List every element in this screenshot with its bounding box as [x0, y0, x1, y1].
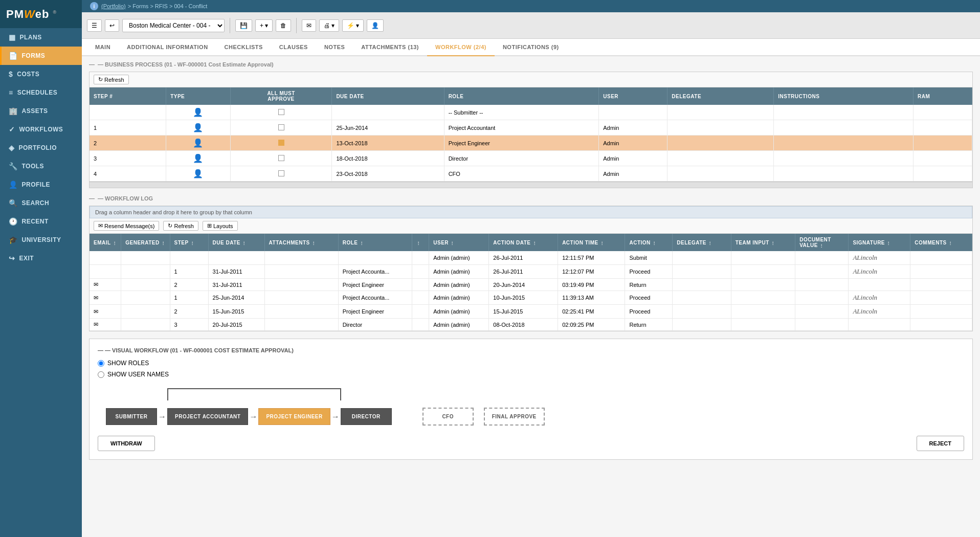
university-icon: 🎓: [9, 236, 18, 244]
team-input-cell: [731, 319, 795, 331]
sidebar-item-search[interactable]: 🔍 SEARCH: [0, 194, 82, 212]
refresh-label2: Refresh: [174, 223, 194, 229]
wf-submitter[interactable]: SUBMITTER: [106, 408, 157, 425]
delegate: [667, 151, 774, 166]
undo-button[interactable]: ↩: [105, 19, 119, 32]
sidebar-item-tools[interactable]: 🔧 TOOLS: [0, 157, 82, 175]
sidebar-item-portfolio[interactable]: ◈ PORTFOLIO: [0, 139, 82, 157]
delete-button[interactable]: 🗑: [276, 19, 291, 32]
sidebar-item-assets[interactable]: 🏢 ASSETS: [0, 102, 82, 120]
wl-header-row: EMAIL ⋮ GENERATED ⋮ STEP ⋮ DUE DATE ⋮ AT…: [90, 234, 972, 251]
workflows-icon: ✓: [9, 125, 15, 133]
bp-row-1: 1 👤 25-Jun-2014 Project Accountant Admin: [90, 120, 972, 136]
wl-layouts-button[interactable]: ⊞ Layouts: [203, 221, 238, 231]
save-icon: 💾: [240, 22, 248, 29]
ram: [914, 136, 972, 151]
lightning-button[interactable]: ⚡ ▾: [342, 19, 364, 32]
sidebar-item-exit[interactable]: ↪ EXIT: [0, 249, 82, 267]
comments-cell: [910, 279, 972, 291]
tab-additional[interactable]: ADDITIONAL INFORMATION: [119, 39, 216, 56]
reject-button[interactable]: REJECT: [917, 436, 964, 451]
withdraw-button[interactable]: WITHDRAW: [98, 436, 155, 451]
tab-clauses[interactable]: CLAUSES: [271, 39, 316, 56]
costs-icon: $: [9, 70, 13, 78]
bp-refresh-button[interactable]: ↻ Refresh: [94, 75, 129, 84]
col-role: ROLE: [444, 87, 599, 105]
save-button[interactable]: 💾: [235, 19, 252, 32]
business-process-header: — — BUSINESS PROCESS (01 - WF-000001 Cos…: [89, 61, 973, 68]
wl-refresh-button[interactable]: ↻ Refresh: [163, 221, 198, 231]
tab-main[interactable]: MAIN: [87, 39, 119, 56]
list-button[interactable]: ☰: [87, 19, 102, 32]
show-usernames-radio[interactable]: [98, 371, 104, 378]
col-generated: GENERATED ⋮: [121, 234, 170, 251]
person-button[interactable]: 👤: [367, 19, 384, 32]
wf-project-engineer[interactable]: PROJECT ENGINEER: [258, 408, 330, 425]
action-cell: Return: [625, 279, 673, 291]
wf-director[interactable]: DIRECTOR: [341, 408, 392, 425]
wf-project-accountant[interactable]: PROJECT ACCOUNTANT: [167, 408, 248, 425]
portfolio-link[interactable]: (Portfolio): [101, 3, 126, 9]
sidebar-item-schedules[interactable]: ≡ SCHEDULES: [0, 83, 82, 102]
print-button[interactable]: 🖨 ▾: [319, 19, 339, 32]
sidebar-item-label: PORTFOLIO: [19, 144, 57, 151]
signature-cell: [849, 279, 910, 291]
email-cell: [90, 251, 121, 265]
col-instructions: INSTRUCTIONS: [774, 87, 914, 105]
email-cell: ✉: [90, 291, 121, 305]
sidebar-item-label: TOOLS: [22, 163, 44, 170]
sidebar-item-forms[interactable]: 📄 FORMS: [0, 47, 82, 65]
email-button[interactable]: ✉: [302, 19, 316, 32]
sidebar-item-costs[interactable]: $ COSTS: [0, 65, 82, 83]
col-action: ACTION ⋮: [625, 234, 673, 251]
delegate-cell: [673, 265, 731, 279]
arrow-1: →: [158, 412, 166, 421]
signature-cell: ALincoln: [849, 305, 910, 319]
signature-cell: ALincoln: [849, 265, 910, 279]
tab-workflow[interactable]: WORKFLOW (2/4): [427, 39, 495, 56]
action-date-cell: 26-Jul-2011: [489, 265, 558, 279]
col-team-input: TEAM INPUT ⋮: [731, 234, 795, 251]
email-icon: ✉: [306, 22, 311, 29]
tab-notes[interactable]: NOTES: [316, 39, 353, 56]
drag-hint: Drag a column header and drop it here to…: [90, 206, 972, 218]
sidebar-item-label: PROFILE: [22, 181, 51, 188]
delegate-cell: [673, 305, 731, 319]
wl-resend-button[interactable]: ✉ Resend Message(s): [94, 221, 159, 231]
wf-final-approve[interactable]: FINAL APPROVE: [484, 408, 545, 426]
tab-checklists[interactable]: CHECKLISTS: [216, 39, 271, 56]
show-roles-label: SHOW ROLES: [107, 360, 149, 367]
collapse-icon[interactable]: —: [89, 61, 95, 68]
tab-attachments[interactable]: ATTACHMENTS (13): [353, 39, 427, 56]
sidebar-item-label: FORMS: [22, 52, 46, 59]
wf-cfo[interactable]: CFO: [422, 408, 474, 426]
empty-cell: [412, 319, 429, 331]
col-role: ROLE ⋮: [338, 234, 412, 251]
due-date: 23-Oct-2018: [332, 166, 444, 182]
arrow-3: →: [331, 412, 340, 421]
sidebar-item-plans[interactable]: ▦ PLANS: [0, 28, 82, 47]
add-button[interactable]: + ▾: [255, 19, 273, 32]
ram: [914, 105, 972, 120]
sidebar-item-university[interactable]: 🎓 UNIVERSITY: [0, 231, 82, 249]
separator: [230, 18, 230, 33]
sidebar-item-profile[interactable]: 👤 PROFILE: [0, 175, 82, 194]
user: Admin: [599, 166, 667, 182]
vw-title-text: — VISUAL WORKFLOW (01 - WF-000001 COST E…: [105, 347, 294, 353]
collapse-icon2[interactable]: —: [89, 195, 95, 202]
scroll-bar[interactable]: [90, 182, 972, 188]
collapse-icon3[interactable]: —: [98, 347, 103, 353]
sidebar-item-label: SCHEDULES: [17, 89, 58, 96]
step-cell: 2: [170, 305, 208, 319]
sidebar-item-workflows[interactable]: ✓ WORKFLOWS: [0, 120, 82, 139]
sidebar-item-label: WORKFLOWS: [19, 126, 63, 133]
breadcrumb-select[interactable]: Boston Medical Center - 004 - Confl...: [122, 19, 225, 32]
sidebar-item-recent[interactable]: 🕐 RECENT: [0, 212, 82, 231]
tab-notifications[interactable]: NOTIFICATIONS (9): [495, 39, 567, 56]
show-roles-radio[interactable]: [98, 360, 104, 367]
attachments-cell: [264, 265, 338, 279]
ram: [914, 166, 972, 182]
team-input-cell: [731, 305, 795, 319]
logo-text: PMWeb ®: [6, 8, 57, 21]
tab-bar: MAIN ADDITIONAL INFORMATION CHECKLISTS C…: [82, 39, 980, 56]
